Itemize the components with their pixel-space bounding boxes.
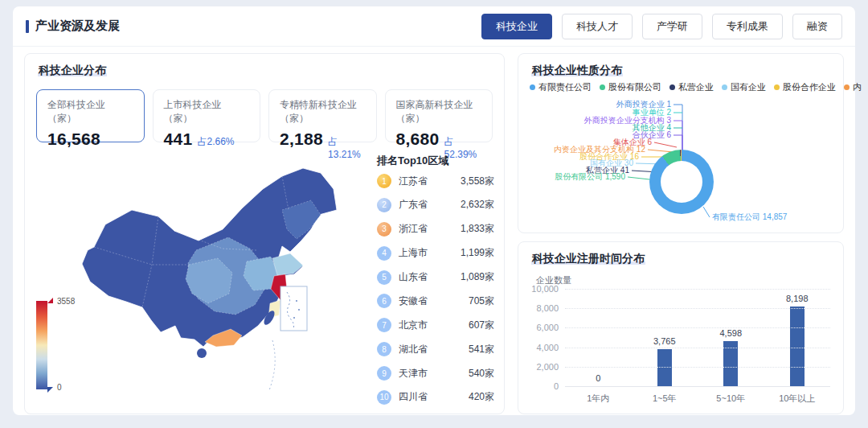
scale-min-label: 0 [57, 383, 62, 392]
panel-title-nature: 科技企业性质分布 [531, 64, 623, 78]
bar-value: 8,198 [786, 294, 809, 303]
stat-label: 上市科技企业（家） [164, 98, 250, 126]
legend-label: 私营企业 [678, 81, 714, 93]
region-value: 540家 [469, 367, 494, 381]
region-name: 四川省 [399, 390, 428, 404]
stat-value-row: 16,568 [47, 130, 133, 149]
panel-enterprise-nature: 科技企业性质分布 有限责任公司股份有限公司私营企业国有企业股份合作企业内 ◀ 1… [518, 53, 844, 233]
bar [723, 341, 738, 386]
page-header: 产业资源及发展 科技企业科技人才产学研专利成果融资 [13, 6, 855, 47]
top10-row: 9天津市540家 [377, 365, 494, 381]
stat-label: 国家高新科技企业（家） [396, 98, 482, 126]
y-tick: 2,000 [536, 362, 559, 372]
stat-value: 2,188 [280, 130, 323, 149]
bar-value: 3,765 [653, 336, 676, 346]
top10-row: 3浙江省1,833家 [377, 221, 494, 237]
region-name: 浙江省 [399, 222, 428, 236]
rank-badge: 1 [377, 174, 391, 188]
stat-value: 16,568 [47, 130, 100, 149]
legend-dot [530, 84, 535, 90]
x-label: 1年内 [587, 393, 609, 405]
tab-tech-talent[interactable]: 科技人才 [562, 14, 633, 39]
gradient-bar [36, 301, 47, 389]
bar-value: 4,598 [719, 328, 742, 338]
region-value: 1,089家 [461, 270, 494, 284]
donut-chart[interactable] [649, 150, 714, 214]
top10-row: 8湖北省541家 [377, 341, 494, 357]
tab-patent-results[interactable]: 专利成果 [712, 14, 783, 39]
rank-badge: 7 [377, 318, 391, 332]
title-accent-bar [26, 20, 29, 33]
map-color-scale: 3558 0 [36, 298, 84, 394]
pie-label: 有限责任公司 14,857 [712, 213, 787, 221]
legend-item[interactable]: 有限责任公司 [530, 81, 592, 93]
region-value: 705家 [469, 294, 494, 308]
region-name: 湖北省 [399, 343, 428, 356]
top10-row: 2广东省2,632家 [377, 197, 494, 213]
stat-label: 全部科技企业（家） [47, 98, 133, 126]
scale-max-label: 3558 [57, 297, 75, 306]
legend-item[interactable]: 国有企业 [722, 81, 766, 93]
donut-hole [661, 161, 702, 203]
region-name: 上海市 [399, 246, 428, 260]
stat-card-listed[interactable]: 上市科技企业（家）441占2.66% [153, 89, 261, 142]
y-tick: 8,000 [536, 303, 559, 313]
region-name: 安徽省 [399, 294, 428, 308]
rank-badge: 4 [377, 246, 391, 261]
page-title-wrap: 产业资源及发展 [26, 19, 120, 34]
tab-financing[interactable]: 融资 [792, 14, 842, 39]
top10-row: 10四川省420家 [377, 389, 494, 405]
region-value: 420家 [469, 390, 494, 404]
top10-row: 5山东省1,089家 [377, 270, 494, 286]
rank-badge: 2 [377, 198, 391, 212]
region-name: 天津市 [399, 367, 428, 381]
panel-tech-distribution: 科技企业分布 全部科技企业（家）16,568上市科技企业（家）441占2.66%… [24, 53, 505, 414]
legend-label: 内 [853, 81, 862, 93]
gridline [565, 327, 830, 328]
top10-list: 1江苏省3,558家2广东省2,632家3浙江省1,833家4上海市1,199家… [377, 173, 494, 405]
rank-badge: 10 [377, 390, 391, 405]
stat-card-all[interactable]: 全部科技企业（家）16,568 [36, 89, 145, 142]
main-panel: 产业资源及发展 科技企业科技人才产学研专利成果融资 科技企业分布 全部科技企业（… [13, 6, 855, 415]
legend-label: 股份合作企业 [783, 81, 836, 93]
stat-percent: 占2.66% [197, 135, 234, 149]
region-value: 541家 [469, 343, 494, 356]
legend-label: 国有企业 [731, 81, 766, 93]
x-label: 10年以上 [779, 393, 815, 405]
stat-label: 专精特新科技企业（家） [280, 98, 366, 126]
top10-row: 4上海市1,199家 [377, 245, 494, 261]
rank-badge: 3 [377, 222, 391, 237]
panel-title-distribution: 科技企业分布 [38, 64, 107, 78]
page-title: 产业资源及发展 [35, 19, 120, 34]
stat-card-national-hitech[interactable]: 国家高新科技企业（家）8,680占52.39% [385, 89, 493, 142]
top10-panel: 排名Top10区域 1江苏省3,558家2广东省2,632家3浙江省1,833家… [377, 154, 494, 407]
legend-item[interactable]: 私营企业 [669, 81, 714, 93]
legend-item[interactable]: 股份合作企业 [774, 81, 836, 93]
island-hainan [197, 348, 207, 358]
stat-value: 8,680 [396, 130, 440, 149]
bar [790, 307, 805, 386]
stat-card-specialized[interactable]: 专精特新科技企业（家）2,188占13.21% [268, 89, 377, 142]
stat-value: 441 [164, 130, 193, 149]
region-value: 1,199家 [461, 246, 494, 260]
stat-card-row: 全部科技企业（家）16,568上市科技企业（家）441占2.66%专精特新科技企… [36, 89, 493, 142]
legend-dot [600, 84, 605, 90]
legend-item[interactable]: 内 [844, 81, 862, 93]
tab-industry-academia[interactable]: 产学研 [642, 14, 702, 39]
region-value: 3,558家 [461, 175, 494, 188]
tab-bar: 科技企业科技人才产学研专利成果融资 [481, 14, 842, 39]
gridline [565, 367, 830, 368]
region-name: 北京市 [399, 319, 428, 332]
legend-item[interactable]: 股份有限公司 [600, 81, 661, 93]
bar-columns: 01年内3,7651~5年4,5985~10年8,19810年以上 [565, 289, 830, 386]
panel-registration-time: 科技企业注册时间分布 企业数量 01年内3,7651~5年4,5985~10年8… [518, 241, 844, 414]
bar-chart-plot: 01年内3,7651~5年4,5985~10年8,19810年以上 10,000… [565, 289, 830, 386]
y-tick: 4,000 [536, 343, 559, 352]
rank-badge: 8 [377, 342, 391, 356]
gridline [565, 289, 830, 290]
gridline [565, 386, 830, 387]
tab-tech-enterprise[interactable]: 科技企业 [481, 14, 552, 39]
scale-min-marker [47, 387, 53, 393]
region-value: 607家 [469, 319, 494, 332]
south-china-sea-inset [280, 286, 307, 331]
